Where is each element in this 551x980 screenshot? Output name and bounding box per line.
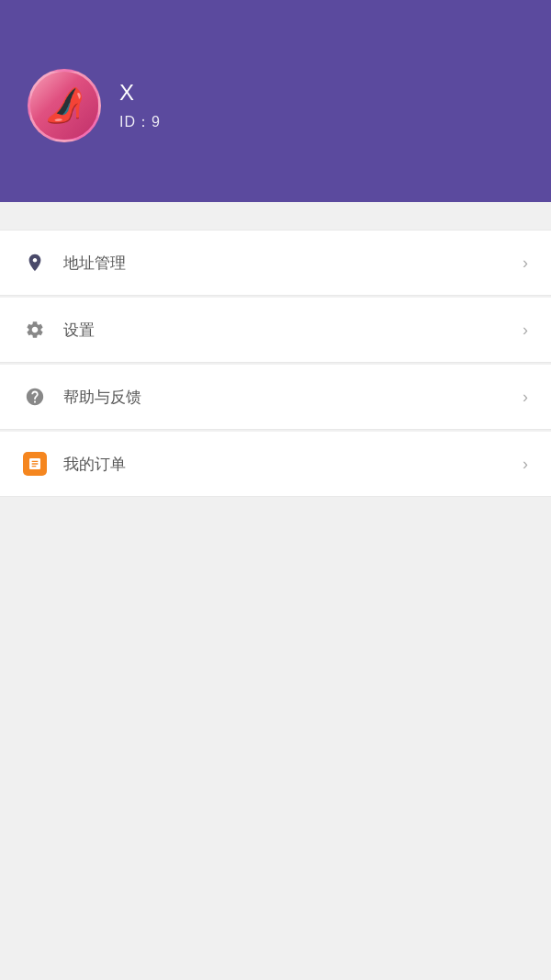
menu-item-orders[interactable]: 我的订单 ›: [0, 432, 551, 497]
help-chevron: ›: [523, 388, 528, 407]
menu-list: 地址管理 › 设置 › 帮助与反馈 ›: [0, 230, 551, 497]
profile-header: X ID：9: [0, 0, 551, 202]
settings-label: 设置: [63, 320, 523, 341]
menu-section: 地址管理 › 设置 › 帮助与反馈 ›: [0, 202, 551, 526]
user-info: X ID：9: [119, 80, 161, 132]
location-icon: [23, 251, 47, 275]
address-chevron: ›: [523, 253, 528, 273]
help-icon: [23, 385, 47, 409]
orders-label: 我的订单: [63, 454, 523, 475]
settings-chevron: ›: [523, 321, 528, 340]
help-label: 帮助与反馈: [63, 387, 523, 408]
content-area: [0, 526, 551, 894]
avatar[interactable]: [28, 69, 101, 142]
order-icon: [23, 452, 47, 476]
menu-item-address[interactable]: 地址管理 ›: [0, 230, 551, 296]
menu-item-settings[interactable]: 设置 ›: [0, 298, 551, 363]
settings-icon: [23, 318, 47, 342]
menu-item-help[interactable]: 帮助与反馈 ›: [0, 365, 551, 430]
avatar-image: [30, 72, 98, 140]
user-name: X: [119, 80, 161, 106]
address-label: 地址管理: [63, 253, 523, 274]
user-id: ID：9: [119, 113, 161, 132]
orders-chevron: ›: [523, 455, 528, 474]
